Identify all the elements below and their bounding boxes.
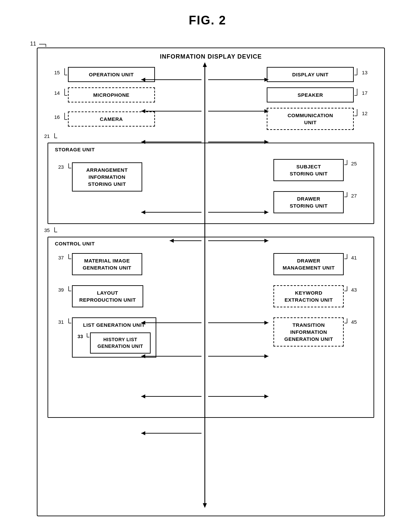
ref-25: 25: [351, 161, 357, 166]
page-title: FIG. 2: [189, 13, 226, 27]
svg-marker-38: [141, 431, 145, 435]
ref-11: 11: [30, 41, 48, 48]
outer-box: INFORMATION DISPLAY DEVICE: [37, 48, 385, 516]
list-gen-label: LIST GENERATION UNIT: [78, 321, 151, 328]
camera-box: CAMERA: [68, 111, 155, 127]
ref-37: 37: [58, 255, 64, 260]
ref-14: 14: [54, 90, 60, 96]
ref-23: 23: [58, 164, 64, 170]
ref-45: 45: [351, 319, 357, 325]
drawer-storing-box: DRAWER STORING UNIT: [273, 191, 344, 213]
transition-info-gen-box: TRANSITION INFORMATION GENERATION UNIT: [273, 317, 344, 347]
storage-label: STORAGE UNIT: [55, 147, 367, 152]
ref-31: 31: [58, 319, 64, 325]
microphone-box: MICROPHONE: [68, 87, 155, 102]
list-gen-outer-box: LIST GENERATION UNIT 33 HISTORY LIST GEN…: [72, 317, 156, 358]
outer-box-label: INFORMATION DISPLAY DEVICE: [41, 53, 381, 60]
layout-repro-box: LAYOUT REPRODUCTION UNIT: [72, 285, 143, 307]
arrangement-info-box: ARRANGEMENT INFORMATION STORING UNIT: [72, 162, 142, 192]
keyword-extract-box: KEYWORD EXTRACTION UNIT: [273, 285, 344, 307]
ref-43: 43: [351, 287, 357, 293]
ref-12: 12: [362, 110, 367, 116]
ref-39: 39: [58, 287, 64, 293]
speaker-box: SPEAKER: [267, 87, 354, 102]
display-unit-box: DISPLAY UNIT: [267, 67, 354, 82]
control-section: CONTROL UNIT 37 MATERIAL IMAGE GENERATIO…: [48, 237, 374, 418]
ref-33: 33: [78, 333, 83, 340]
ref-13: 13: [362, 70, 367, 75]
storage-section: STORAGE UNIT 23 ARRANGEMENT INFORMATION …: [48, 143, 374, 224]
ref-35: 35: [44, 227, 50, 233]
control-label: CONTROL UNIT: [55, 241, 367, 246]
material-image-gen-box: MATERIAL IMAGE GENERATION UNIT: [72, 253, 142, 275]
svg-marker-4: [203, 503, 207, 508]
history-list-gen-box: HISTORY LIST GENERATION UNIT: [90, 332, 150, 354]
ref-41: 41: [351, 255, 357, 260]
ref-21: 21: [44, 133, 50, 139]
ref-17: 17: [362, 90, 367, 96]
svg-marker-3: [203, 62, 207, 67]
operation-unit-box: OPERATION UNIT: [68, 67, 155, 82]
ref-16: 16: [54, 114, 60, 120]
drawer-mgmt-box: DRAWER MANAGEMENT UNIT: [273, 253, 344, 275]
subject-storing-box: SUBJECT STORING UNIT: [273, 159, 344, 181]
ref-27: 27: [351, 193, 357, 199]
ref-15: 15: [54, 70, 60, 75]
communication-unit-box: COMMUNICATION UNIT: [267, 108, 354, 130]
